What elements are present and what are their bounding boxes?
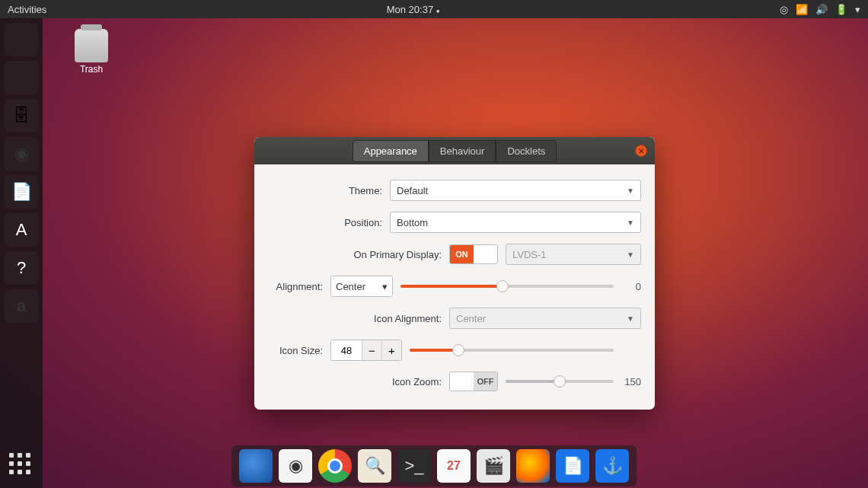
dock-plank-icon[interactable]: ⚓	[595, 449, 629, 483]
icon-size-input[interactable]	[331, 340, 362, 360]
plank-preferences-window: Appearance Behaviour Docklets ✕ Theme: D…	[254, 137, 655, 410]
alignment-offset-slider[interactable]	[400, 285, 614, 288]
icon-zoom-toggle[interactable]: OFF	[449, 372, 498, 391]
dock-rhythmbox-icon[interactable]: ◉	[279, 449, 312, 483]
primary-display-label: On Primary Display:	[268, 249, 442, 260]
icon-size-minus-button[interactable]: −	[362, 340, 381, 360]
dock-image-viewer-icon[interactable]: 🔍	[358, 449, 391, 483]
display-select: LVDS-1▼	[506, 244, 641, 265]
icon-alignment-label: Icon Alignment:	[268, 313, 442, 324]
dock-writer-icon[interactable]: 📄	[5, 175, 38, 209]
tab-behaviour[interactable]: Behaviour	[429, 140, 496, 162]
icon-size-label: Icon Size:	[268, 345, 323, 356]
plank-dock: ◉ 🔍 >_ 27 🎬 📄 ⚓	[231, 445, 637, 486]
battery-icon[interactable]: 🔋	[835, 4, 847, 15]
settings-icon[interactable]: ◎	[780, 4, 788, 15]
dock-calendar-icon[interactable]: 27	[437, 449, 471, 483]
chevron-down-icon[interactable]: ▾	[855, 4, 860, 15]
window-titlebar[interactable]: Appearance Behaviour Docklets ✕	[254, 137, 655, 164]
dock-help-icon[interactable]: ?	[5, 251, 38, 285]
activities-button[interactable]: Activities	[8, 4, 46, 15]
dock-terminal-icon[interactable]: >_	[397, 449, 431, 483]
show-applications-icon[interactable]	[9, 453, 34, 477]
ubuntu-dock: 🗄 ◉ 📄 A ? a	[0, 18, 43, 488]
chevron-down-icon: ▼	[627, 187, 634, 195]
icon-zoom-value: 150	[620, 376, 641, 388]
dock-amazon-icon[interactable]: a	[5, 289, 38, 323]
theme-label: Theme:	[268, 185, 382, 196]
top-panel: Activities Mon 20:37 ● ◎ 📶 🔊 🔋 ▾	[0, 0, 868, 18]
trash-label: Trash	[69, 64, 114, 75]
theme-select[interactable]: Default▼	[390, 180, 641, 201]
chevron-down-icon: ▼	[627, 250, 634, 259]
dock-chrome-icon[interactable]	[318, 449, 352, 483]
desktop-trash[interactable]: Trash	[69, 29, 114, 75]
icon-alignment-select: Center▼	[449, 308, 641, 329]
icon-zoom-slider[interactable]	[506, 380, 614, 383]
trash-icon	[75, 29, 108, 62]
chevron-down-icon: ▾	[382, 281, 388, 292]
close-icon: ✕	[638, 147, 644, 155]
dock-firefox-icon[interactable]	[5, 23, 38, 56]
network-icon[interactable]: 📶	[796, 4, 808, 15]
alignment-label: Alignment:	[268, 281, 323, 292]
icon-zoom-label: Icon Zoom:	[268, 376, 442, 388]
alignment-select[interactable]: Center▾	[330, 276, 393, 297]
alignment-offset-value: 0	[620, 281, 641, 292]
icon-size-stepper[interactable]: − +	[330, 340, 402, 361]
dock-writer-icon[interactable]: 📄	[556, 449, 589, 483]
icon-size-slider[interactable]	[410, 349, 614, 352]
position-label: Position:	[268, 217, 382, 228]
position-select[interactable]: Bottom▼	[390, 212, 641, 233]
dock-firefox-icon[interactable]	[516, 449, 550, 483]
dock-video-icon[interactable]: 🎬	[477, 449, 510, 483]
dock-thunderbird-icon[interactable]	[5, 61, 38, 94]
dock-software-icon[interactable]: A	[5, 213, 38, 247]
dock-thunderbird-icon[interactable]	[239, 449, 273, 483]
tab-appearance[interactable]: Appearance	[353, 140, 429, 162]
chevron-down-icon: ▼	[627, 314, 634, 323]
dock-rhythmbox-icon[interactable]: ◉	[5, 137, 38, 171]
primary-display-toggle[interactable]: ON	[449, 244, 498, 264]
icon-size-plus-button[interactable]: +	[381, 340, 401, 360]
volume-icon[interactable]: 🔊	[815, 4, 828, 15]
chevron-down-icon: ▼	[627, 218, 634, 227]
clock[interactable]: Mon 20:37 ●	[46, 4, 780, 15]
tab-docklets[interactable]: Docklets	[496, 140, 557, 162]
dock-files-icon[interactable]: 🗄	[5, 99, 38, 132]
system-indicators[interactable]: ◎ 📶 🔊 🔋 ▾	[780, 4, 860, 15]
close-button[interactable]: ✕	[635, 145, 647, 157]
